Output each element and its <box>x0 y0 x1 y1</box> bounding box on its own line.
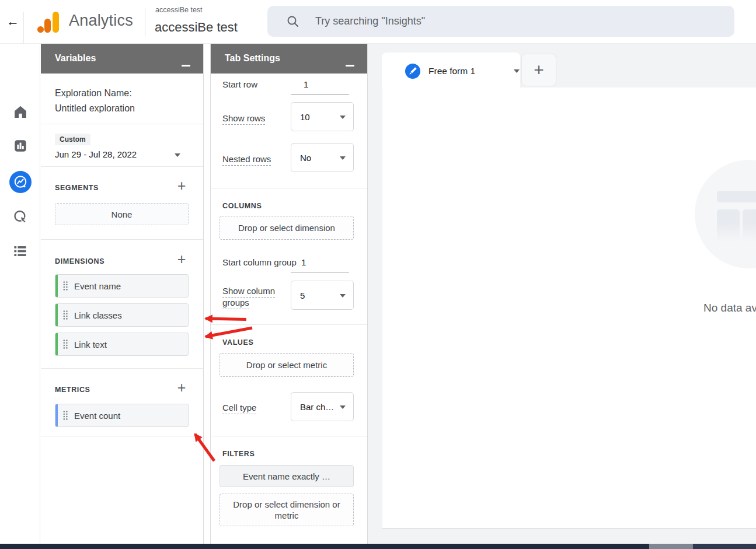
drag-handle-icon[interactable] <box>62 310 68 320</box>
drag-handle-icon[interactable] <box>62 410 68 421</box>
metric-chip[interactable]: Event count <box>55 404 189 427</box>
nav-advertising[interactable] <box>0 209 40 225</box>
divider <box>41 239 203 240</box>
minimize-icon[interactable] <box>346 59 354 67</box>
dimensions-title: DIMENSIONS <box>55 257 104 265</box>
show-rows-value: 10 <box>300 112 310 122</box>
nested-rows-label: Nested rows <box>222 154 271 164</box>
cell-type-value: Bar ch… <box>300 402 334 412</box>
columns-title: COLUMNS <box>222 202 262 210</box>
divider <box>41 368 203 369</box>
search-icon <box>286 15 300 29</box>
show-column-groups-select[interactable]: 5 <box>291 281 354 310</box>
home-icon <box>12 104 29 120</box>
dimension-accent <box>55 275 58 297</box>
nav-explore-active[interactable] <box>0 171 40 193</box>
search-input[interactable] <box>315 15 666 27</box>
placeholder-table-cell <box>717 209 740 242</box>
chevron-down-icon[interactable] <box>175 153 180 157</box>
scrollbar-track <box>693 544 756 549</box>
dimension-chip[interactable]: Event name <box>55 274 189 298</box>
header-divider <box>23 12 24 44</box>
product-name: Analytics <box>69 12 133 30</box>
exploration-name-value[interactable]: Untitled exploration <box>55 101 135 116</box>
add-tab-button[interactable]: + <box>521 54 556 86</box>
dimension-chip-label: Link text <box>74 340 107 349</box>
placeholder-table-header <box>717 191 756 202</box>
variables-panel-title: Variables <box>55 53 96 64</box>
tab-settings-panel: Tab Settings Start row 1 Show rows 10 Ne… <box>210 44 368 549</box>
nav-reports[interactable] <box>0 138 40 153</box>
chevron-down-icon <box>340 405 346 409</box>
brand-divider <box>145 8 145 36</box>
add-segment-button[interactable]: + <box>174 178 189 193</box>
ga-explorations-app: ← Analytics accessiBe test accessiBe tes… <box>0 0 756 549</box>
placeholder-table-cell <box>743 209 756 242</box>
edit-pencil-icon[interactable] <box>405 64 420 79</box>
dimension-chip[interactable]: Link classes <box>55 303 189 327</box>
tab-settings-title: Tab Settings <box>225 53 280 64</box>
list-icon <box>12 243 28 259</box>
exploration-name-label: Exploration Name: <box>55 86 135 101</box>
nav-home[interactable] <box>0 104 40 120</box>
exploration-name[interactable]: Exploration Name: Untitled exploration <box>55 86 135 116</box>
advertising-icon <box>12 209 29 225</box>
bar-chart-icon <box>13 138 28 153</box>
drag-handle-icon[interactable] <box>62 281 68 291</box>
canvas-area: Free form 1 + No data avai <box>368 44 756 549</box>
divider <box>41 166 203 167</box>
dimension-chip[interactable]: Link text <box>55 333 189 356</box>
nested-rows-select[interactable]: No <box>291 143 354 172</box>
property-switcher[interactable]: accessiBe test <box>155 20 238 35</box>
add-dimension-button[interactable]: + <box>174 251 189 267</box>
explore-icon <box>9 171 32 193</box>
tab-label: Free form 1 <box>428 66 475 76</box>
show-rows-label: Show rows <box>222 113 265 123</box>
divider <box>41 124 203 124</box>
visualization-canvas: No data avai <box>382 88 756 529</box>
variables-panel-header: Variables <box>41 44 203 74</box>
cell-type-select[interactable]: Bar ch… <box>291 392 354 421</box>
start-column-group-label: Start column group <box>222 257 297 267</box>
account-name: accessiBe test <box>155 6 203 14</box>
variables-panel: Variables Exploration Name: Untitled exp… <box>41 44 204 549</box>
chevron-down-icon[interactable] <box>514 69 520 73</box>
metric-chip-label: Event count <box>74 411 120 421</box>
segments-dropzone[interactable]: None <box>55 203 189 225</box>
divider <box>211 436 367 436</box>
divider <box>211 188 367 188</box>
filters-dropzone[interactable]: Drop or select dimension or metric <box>220 494 354 526</box>
start-column-group-input[interactable]: 1 <box>291 253 349 272</box>
columns-dropzone[interactable]: Drop or select dimension <box>220 216 354 240</box>
back-arrow-icon[interactable]: ← <box>5 13 21 30</box>
nav-configure[interactable] <box>0 243 40 259</box>
metric-accent <box>55 404 58 426</box>
tab-settings-header: Tab Settings <box>211 44 367 74</box>
show-column-groups-value: 5 <box>300 291 305 300</box>
start-row-label: Start row <box>222 79 257 89</box>
horizontal-scrollbar <box>0 544 756 549</box>
tab-free-form[interactable]: Free form 1 <box>382 53 520 88</box>
analytics-logo <box>35 9 62 35</box>
dimension-accent <box>55 333 58 355</box>
metrics-title: METRICS <box>55 386 90 394</box>
search-bar[interactable] <box>267 6 734 37</box>
date-range-value[interactable]: Jun 29 - Jul 28, 2022 <box>55 149 137 159</box>
minimize-icon[interactable] <box>182 59 190 67</box>
segments-title: SEGMENTS <box>55 184 99 192</box>
applied-filter-chip[interactable]: Event name exactly … <box>220 465 354 487</box>
drag-handle-icon[interactable] <box>62 339 68 349</box>
start-row-input[interactable]: 1 <box>291 75 349 95</box>
date-range-badge: Custom <box>55 134 90 145</box>
divider <box>41 436 203 436</box>
scrollbar-thumb[interactable] <box>649 544 693 549</box>
dimension-accent <box>55 304 58 326</box>
add-metric-button[interactable]: + <box>174 380 189 395</box>
filters-title: FILTERS <box>222 450 255 458</box>
dimension-chip-label: Event name <box>74 281 121 291</box>
dimension-chip-label: Link classes <box>74 310 122 320</box>
nested-rows-value: No <box>300 153 311 163</box>
show-rows-select[interactable]: 10 <box>291 102 354 131</box>
values-dropzone[interactable]: Drop or select metric <box>220 353 354 377</box>
values-title: VALUES <box>222 338 253 347</box>
